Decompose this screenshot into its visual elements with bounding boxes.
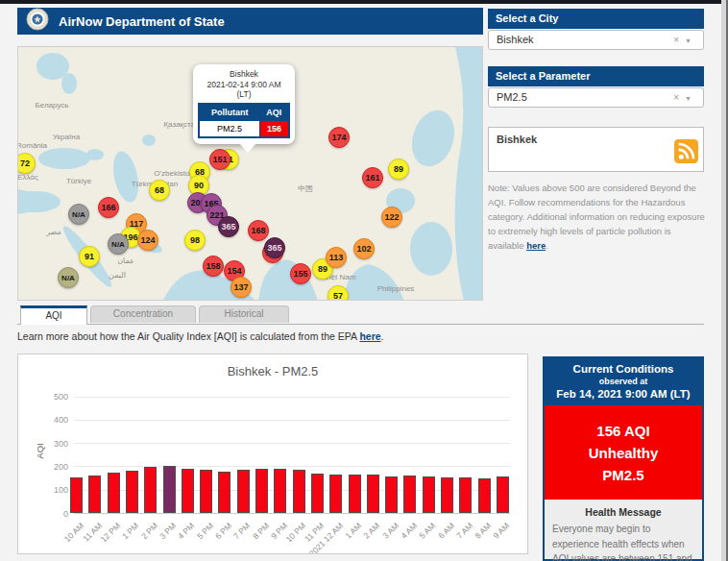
chart-x-tick: 5 AM <box>417 521 437 541</box>
chart-bar[interactable] <box>367 475 379 513</box>
parameter-dropdown-value: PM2.5 <box>497 91 527 103</box>
rss-icon[interactable] <box>674 139 698 167</box>
parameter-caret-icon[interactable]: ▼ <box>685 95 697 102</box>
chart-bar[interactable] <box>182 469 194 513</box>
feed-city-label: Bishkek <box>489 128 703 145</box>
learn-more-body: Learn more about how the Air Quality Ind… <box>17 330 359 342</box>
chart-bar[interactable] <box>88 476 101 513</box>
chart-bar[interactable] <box>403 476 416 513</box>
aqi-map-marker[interactable]: N/A <box>108 233 129 255</box>
aqi-map-marker[interactable]: 102 <box>353 238 375 259</box>
chart-bar[interactable] <box>274 469 286 513</box>
parameter-clear-icon[interactable]: × <box>673 92 685 103</box>
popup-pollutant-value: PM2.5 <box>199 120 259 137</box>
chart-bar[interactable] <box>163 466 176 513</box>
map-place-label: Ελλάς <box>17 173 38 182</box>
aqi-map-marker[interactable]: 124 <box>137 230 158 251</box>
tab-historical[interactable]: Historical <box>199 305 289 323</box>
chart-gridline <box>74 466 510 467</box>
feed-box: Bishkek <box>488 127 704 172</box>
chart-bar[interactable] <box>441 477 453 513</box>
chart-bar[interactable] <box>423 476 435 513</box>
aqi-map-marker[interactable]: 155 <box>290 263 311 284</box>
aqi-map[interactable]: БеларусьУкраїнаҚазақстанRomâniaΕλλάςTürk… <box>17 46 483 301</box>
city-caret-icon[interactable]: ▼ <box>685 37 697 44</box>
chart-bar[interactable] <box>200 470 212 513</box>
observed-datetime: Feb 14, 2021 9:00 AM (LT) <box>546 388 700 400</box>
aqi-map-marker[interactable]: 68 <box>149 180 170 201</box>
note-text: Note: Values above 500 are considered Be… <box>488 183 705 251</box>
aqi-map-marker[interactable]: 168 <box>248 220 269 241</box>
aqi-map-marker[interactable]: 122 <box>381 207 402 228</box>
chart-y-tick: 300 <box>36 439 68 449</box>
health-message-title: Health Message <box>545 506 702 518</box>
tab-concentration[interactable]: Concentration <box>90 305 196 323</box>
chart-bar[interactable] <box>144 467 157 513</box>
map-place-label: اليمن <box>109 271 126 280</box>
popup-table: Pollutant AQI PM2.5 156 <box>198 103 290 138</box>
current-aqi-value: 156 AQI <box>545 420 702 442</box>
tab-divider <box>17 324 704 325</box>
chart-bar[interactable] <box>459 477 472 513</box>
tab-aqi[interactable]: AQI <box>20 305 87 325</box>
health-message-text: Everyone may begin to experience health … <box>545 518 702 561</box>
chart-bar[interactable] <box>126 471 138 513</box>
learn-more-suffix: . <box>381 330 384 342</box>
chart-x-tick: 3 AM <box>380 521 400 541</box>
select-parameter-header: Select a Parameter <box>488 66 704 86</box>
aqi-map-marker[interactable]: 365 <box>218 216 239 237</box>
chart-bar[interactable] <box>237 470 250 513</box>
popup-col-pollutant: Pollutant <box>199 104 259 121</box>
current-conditions-panel: Current Conditions observed at Feb 14, 2… <box>543 356 704 561</box>
aqi-map-marker[interactable]: 151 <box>209 149 231 170</box>
map-place-label: România <box>17 141 47 150</box>
chart-bar[interactable] <box>349 475 361 513</box>
parameter-dropdown[interactable]: PM2.5 ×▼ <box>488 87 704 108</box>
chart-y-tick: 0 <box>36 509 68 519</box>
city-clear-icon[interactable]: × <box>673 35 685 45</box>
map-place-label: Philippines <box>377 284 415 293</box>
learn-more-here-link[interactable]: here <box>359 330 380 342</box>
chart-bar[interactable] <box>478 478 491 513</box>
chart-x-tick: 7 PM <box>231 521 252 541</box>
map-place-label: Україна <box>53 133 80 141</box>
aqi-map-marker[interactable]: 365 <box>264 237 285 258</box>
vertical-scrollbar[interactable] <box>721 0 728 561</box>
chart-x-tick: 10 PM <box>284 521 307 544</box>
note-here-link[interactable]: here <box>526 240 546 251</box>
window-top-edge <box>0 0 728 4</box>
chart-bar[interactable] <box>293 470 305 513</box>
chart-bar[interactable] <box>329 475 342 513</box>
aqi-map-marker[interactable]: 158 <box>203 256 224 277</box>
chart-bar[interactable] <box>108 473 120 513</box>
chart-x-tick: 7 AM <box>454 521 474 541</box>
chart-bar[interactable] <box>311 474 324 513</box>
chart-bar[interactable] <box>218 472 231 513</box>
chart-y-tick: 100 <box>36 485 68 495</box>
chart-bar[interactable] <box>70 477 83 513</box>
aqi-map-marker[interactable]: N/A <box>68 204 89 225</box>
aqi-map-marker[interactable]: 161 <box>362 167 383 188</box>
chart-title: Bishkek - PM2.5 <box>18 364 527 378</box>
aqi-map-marker[interactable]: 91 <box>79 246 100 267</box>
chart-x-tick: 4 AM <box>399 521 419 541</box>
aqi-map-marker[interactable]: 137 <box>231 277 252 298</box>
aqi-map-marker[interactable]: N/A <box>58 267 79 288</box>
chart-bar[interactable] <box>255 469 268 513</box>
popup-datetime: 2021-02-14 9:00 AM <box>198 80 290 90</box>
chart-x-tick: 6 AM <box>436 521 456 541</box>
aqi-chart-panel: Bishkek - PM2.5 AQI 0100200300400500 10 … <box>17 354 528 554</box>
map-place-label: عمان <box>117 256 134 265</box>
city-dropdown[interactable]: Bishkek ×▼ <box>488 30 704 50</box>
aqi-map-marker[interactable]: 98 <box>184 230 206 251</box>
chart-bar[interactable] <box>385 476 398 513</box>
chart-bar[interactable] <box>497 476 509 513</box>
map-place-label: 中国 <box>298 183 313 194</box>
aqi-map-marker[interactable]: 174 <box>328 127 350 148</box>
aqi-map-marker[interactable]: 166 <box>98 197 119 218</box>
app-header: AirNow Department of State <box>17 8 483 35</box>
aqi-map-marker[interactable]: 113 <box>326 247 347 268</box>
aqi-map-marker[interactable]: 57 <box>328 285 349 301</box>
app-title: AirNow Department of State <box>59 14 225 29</box>
aqi-map-marker[interactable]: 89 <box>388 159 409 180</box>
